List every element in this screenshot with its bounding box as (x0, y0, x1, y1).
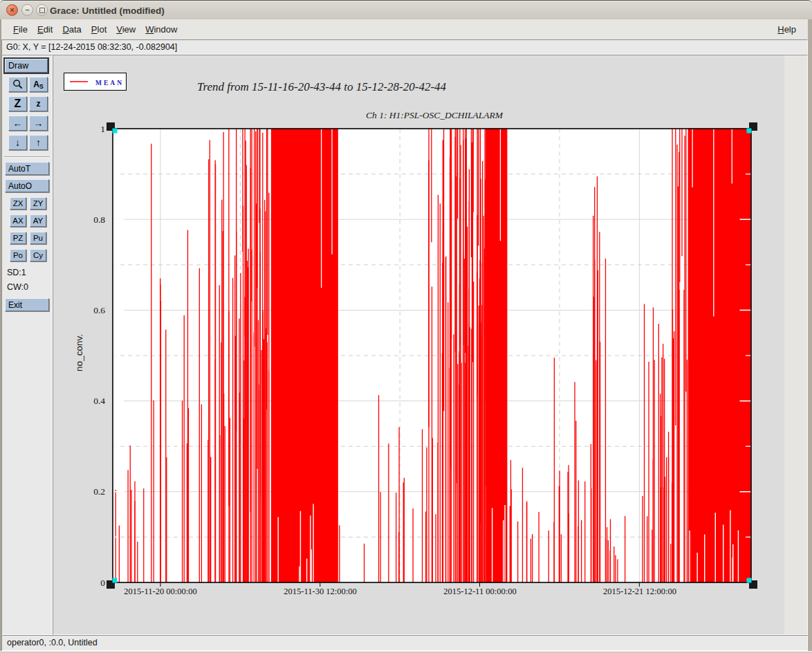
cy-button[interactable]: Cy (30, 249, 46, 261)
zoom-tool-button[interactable] (8, 77, 27, 92)
menu-file[interactable]: File (8, 19, 33, 39)
magnifier-icon (12, 79, 24, 90)
zoom-out-button[interactable]: z (29, 96, 48, 111)
close-icon[interactable]: × (6, 4, 18, 16)
legend-box[interactable] (64, 73, 127, 91)
pu-button[interactable]: Pu (30, 232, 46, 244)
title-bar: × – Grace: Untitled (modified) (0, 0, 812, 19)
maximize-icon[interactable] (36, 4, 48, 16)
pan-right-icon[interactable]: → (29, 116, 48, 131)
pan-down-icon[interactable]: ↓ (8, 135, 27, 150)
pan-left-icon[interactable]: ← (8, 116, 27, 131)
menu-view[interactable]: View (111, 19, 140, 39)
ax-button[interactable]: AX (10, 214, 26, 227)
zx-button[interactable]: ZX (10, 197, 26, 210)
ay-button[interactable]: AY (30, 214, 46, 227)
sd-status-label: SD:1 (7, 268, 52, 277)
menu-window[interactable]: Window (140, 19, 182, 39)
menu-data[interactable]: Data (57, 19, 86, 39)
exit-button[interactable]: Exit (5, 298, 49, 311)
as-label-a: A (33, 80, 39, 89)
menu-bar: File Edit Data Plot View Window Help (1, 19, 808, 39)
as-label-s: S (39, 83, 44, 90)
zoom-in-button[interactable]: Z (8, 96, 27, 111)
window-border-right (808, 19, 812, 653)
autot-button[interactable]: AutoT (5, 162, 49, 175)
autoo-button[interactable]: AutoO (5, 179, 49, 192)
zy-button[interactable]: ZY (30, 197, 46, 210)
tool-sidebar: Draw AS Z z ← → (1, 55, 53, 635)
menu-help[interactable]: Help (773, 19, 801, 39)
pz-button[interactable]: PZ (10, 232, 26, 244)
menu-edit[interactable]: Edit (33, 19, 57, 39)
canvas-right-margin (784, 55, 807, 634)
po-button[interactable]: Po (10, 249, 26, 261)
menu-plot[interactable]: Plot (86, 19, 111, 39)
minimize-icon[interactable]: – (21, 4, 33, 16)
locator-bar: G0: X, Y = [12-24-2015 08:32:30, -0.0829… (1, 39, 808, 55)
autoscale-text-button[interactable]: AS (29, 77, 48, 92)
maximize-square-glyph (39, 8, 45, 13)
pan-up-icon[interactable]: ↑ (29, 135, 48, 150)
cw-status-label: CW:0 (7, 282, 52, 292)
sidebar-separator (4, 156, 50, 158)
window-border-left (0, 19, 1, 653)
draw-button[interactable]: Draw (5, 59, 48, 73)
window-title: Grace: Untitled (modified) (50, 1, 165, 20)
grace-window: × – Grace: Untitled (modified) File Edit… (0, 0, 812, 653)
status-bar: operator0, :0.0, Untitled (1, 635, 808, 651)
